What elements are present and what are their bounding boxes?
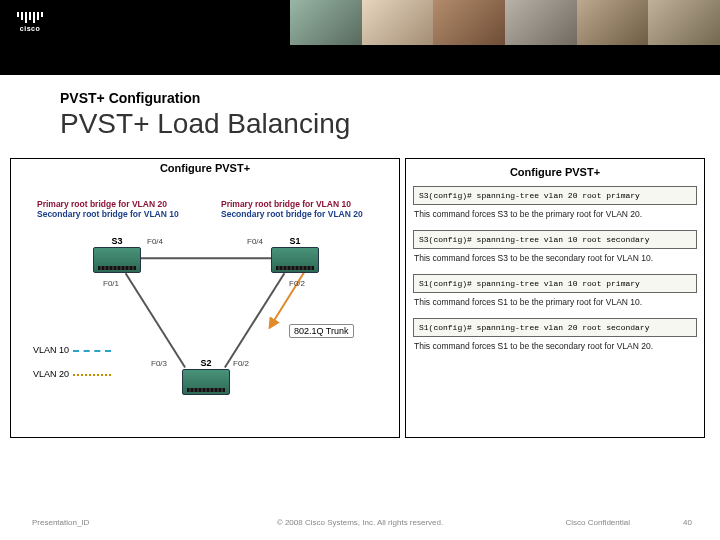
topology-diagram: Primary root bridge for VLAN 20 Secondar…	[11, 159, 399, 437]
slide-title: PVST+ Load Balancing	[60, 108, 720, 140]
switch-s2: S2	[182, 369, 230, 395]
cmd-desc-0: This command forces S3 to be the primary…	[410, 207, 700, 225]
logo: cisco	[0, 0, 60, 45]
cmd-box-1: S3(config)# spanning-tree vlan 10 root s…	[413, 230, 697, 249]
footer-copyright: © 2008 Cisco Systems, Inc. All rights re…	[277, 518, 443, 527]
port-s2-f02: F0/2	[233, 359, 249, 368]
cmd-desc-1: This command forces S3 to be the seconda…	[410, 251, 700, 269]
switch-s3: S3	[93, 247, 141, 273]
header-band	[0, 45, 720, 75]
port-s1-f02: F0/2	[289, 279, 305, 288]
port-s3-f01: F0/1	[103, 279, 119, 288]
footer-page-number: 40	[683, 518, 692, 527]
vlan10-key: VLAN 10	[33, 345, 111, 355]
logo-text: cisco	[20, 25, 40, 32]
cmd-desc-3: This command forces S1 to be the seconda…	[410, 339, 700, 357]
cisco-logo: cisco	[17, 12, 43, 33]
switch-s3-label: S3	[94, 236, 140, 246]
note-s3-primary: Primary root bridge for VLAN 20	[37, 199, 167, 209]
note-s3-secondary: Secondary root bridge for VLAN 10	[37, 209, 179, 219]
port-s2-f03: F0/3	[151, 359, 167, 368]
switch-s1: S1	[271, 247, 319, 273]
footer-presentation-id: Presentation_ID	[32, 518, 89, 527]
content-row: Configure PVST+ Primary root bridge for …	[10, 158, 710, 438]
switch-s2-label: S2	[183, 358, 229, 368]
vlan10-label: VLAN 10	[33, 345, 69, 355]
switch-s1-label: S1	[272, 236, 318, 246]
port-s3-f04: F0/4	[147, 237, 163, 246]
header-photo-strip	[290, 0, 720, 45]
cmd-desc-2: This command forces S1 to be the primary…	[410, 295, 700, 313]
slide-subtitle: PVST+ Configuration	[60, 90, 720, 106]
cmd-box-2: S1(config)# spanning-tree vlan 10 root p…	[413, 274, 697, 293]
cmd-box-0: S3(config)# spanning-tree vlan 20 root p…	[413, 186, 697, 205]
note-s1-secondary: Secondary root bridge for VLAN 20	[221, 209, 363, 219]
commands-panel: Configure PVST+ S3(config)# spanning-tre…	[405, 158, 705, 438]
trunk-label: 802.1Q Trunk	[289, 324, 354, 338]
title-block: PVST+ Configuration PVST+ Load Balancing	[0, 75, 720, 140]
vlan20-label: VLAN 20	[33, 369, 69, 379]
svg-line-2	[225, 273, 285, 367]
port-s1-f04: F0/4	[247, 237, 263, 246]
footer-confidential: Cisco Confidential	[566, 518, 630, 527]
slide-footer: Presentation_ID © 2008 Cisco Systems, In…	[0, 518, 720, 534]
note-s1-primary: Primary root bridge for VLAN 10	[221, 199, 351, 209]
vlan20-key: VLAN 20	[33, 369, 111, 379]
svg-line-3	[270, 267, 308, 328]
svg-line-1	[126, 273, 186, 367]
slide-header: cisco	[0, 0, 720, 45]
cmd-box-3: S1(config)# spanning-tree vlan 20 root s…	[413, 318, 697, 337]
topology-panel: Configure PVST+ Primary root bridge for …	[10, 158, 400, 438]
commands-title: Configure PVST+	[410, 163, 700, 181]
